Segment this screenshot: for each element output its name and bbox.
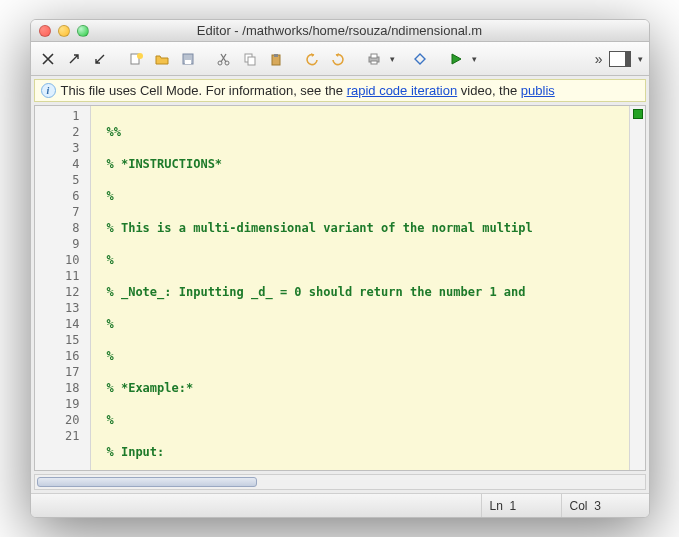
line-number: 1 — [35, 108, 80, 124]
save-button[interactable] — [177, 48, 199, 70]
dock-layout-button[interactable] — [609, 51, 631, 67]
line-number: 6 — [35, 188, 80, 204]
line-number: 12 — [35, 284, 80, 300]
line-number: 15 — [35, 332, 80, 348]
find-button[interactable] — [409, 48, 431, 70]
code-analyzer-strip[interactable] — [629, 106, 645, 470]
print-button[interactable] — [363, 48, 385, 70]
svg-point-5 — [225, 61, 229, 65]
publishing-link[interactable]: publis — [521, 83, 555, 98]
more-tools-icon[interactable]: » — [595, 51, 603, 67]
line-number: 17 — [35, 364, 80, 380]
svg-rect-3 — [185, 60, 191, 64]
line-label: Ln — [490, 499, 503, 513]
zoom-icon[interactable] — [77, 25, 89, 37]
svg-point-4 — [218, 61, 222, 65]
editor-window: Editor - /mathworks/home/rsouza/ndimensi… — [30, 19, 650, 518]
minimize-icon[interactable] — [58, 25, 70, 37]
line-number: 8 — [35, 220, 80, 236]
toolbar: ▾ ▾ » ▾ — [31, 42, 649, 76]
svg-rect-7 — [248, 57, 255, 65]
titlebar: Editor - /mathworks/home/rsouza/ndimensi… — [31, 20, 649, 42]
line-number: 19 — [35, 396, 80, 412]
close-icon[interactable] — [39, 25, 51, 37]
line-number: 14 — [35, 316, 80, 332]
code-editor[interactable]: 1 2 3 4 5 6 7 8 9 10 11 12 13 14 15 16 1… — [34, 105, 646, 471]
svg-point-1 — [137, 53, 143, 59]
new-file-button[interactable] — [125, 48, 147, 70]
run-button[interactable] — [445, 48, 467, 70]
traffic-lights — [39, 25, 89, 37]
rapid-code-iteration-link[interactable]: rapid code iteration — [347, 83, 458, 98]
svg-rect-11 — [371, 54, 377, 58]
window-title: Editor - /mathworks/home/rsouza/ndimensi… — [39, 23, 641, 38]
line-number: 3 — [35, 140, 80, 156]
status-col: Col 3 — [561, 494, 641, 517]
horizontal-scrollbar[interactable] — [34, 474, 646, 490]
line-value: 1 — [510, 499, 517, 513]
svg-rect-9 — [274, 54, 278, 57]
code-line: %% — [107, 124, 629, 140]
svg-rect-12 — [371, 61, 377, 64]
paste-button[interactable] — [265, 48, 287, 70]
undo-button[interactable] — [301, 48, 323, 70]
undock-button[interactable] — [63, 48, 85, 70]
line-number: 2 — [35, 124, 80, 140]
line-number: 4 — [35, 156, 80, 172]
code-line: % — [107, 412, 629, 428]
open-file-button[interactable] — [151, 48, 173, 70]
col-label: Col — [570, 499, 588, 513]
code-line: % — [107, 252, 629, 268]
info-icon: i — [41, 83, 56, 98]
dock-button[interactable] — [89, 48, 111, 70]
cell-mode-info-bar: i This file uses Cell Mode. For informat… — [34, 79, 646, 102]
line-number: 21 — [35, 428, 80, 444]
code-line: % This is a multi-dimensional variant of… — [107, 220, 629, 236]
code-content[interactable]: %% % *INSTRUCTIONS* % % This is a multi-… — [91, 106, 629, 470]
line-number: 20 — [35, 412, 80, 428]
copy-button[interactable] — [239, 48, 261, 70]
redo-button[interactable] — [327, 48, 349, 70]
line-number: 9 — [35, 236, 80, 252]
run-dropdown-icon[interactable]: ▾ — [472, 54, 477, 64]
cut-button[interactable] — [213, 48, 235, 70]
col-value: 3 — [594, 499, 601, 513]
code-line: % — [107, 316, 629, 332]
status-line: Ln 1 — [481, 494, 561, 517]
print-dropdown-icon[interactable]: ▾ — [390, 54, 395, 64]
scrollbar-thumb[interactable] — [37, 477, 257, 487]
code-line: % _Note_: Inputting _d_ = 0 should retur… — [107, 284, 629, 300]
code-line: % — [107, 188, 629, 204]
info-text-mid: video, the — [457, 83, 521, 98]
line-number: 7 — [35, 204, 80, 220]
line-number-gutter: 1 2 3 4 5 6 7 8 9 10 11 12 13 14 15 16 1… — [35, 106, 91, 470]
info-text-prefix: This file uses Cell Mode. For informatio… — [61, 83, 347, 98]
code-line: % — [107, 348, 629, 364]
status-bar: Ln 1 Col 3 — [31, 493, 649, 517]
line-number: 13 — [35, 300, 80, 316]
line-number: 16 — [35, 348, 80, 364]
code-line: % *INSTRUCTIONS* — [107, 156, 629, 172]
close-doc-button[interactable] — [37, 48, 59, 70]
dock-layout-dropdown-icon[interactable]: ▾ — [638, 54, 643, 64]
line-number: 10 — [35, 252, 80, 268]
line-number: 18 — [35, 380, 80, 396]
code-line: % Input: — [107, 444, 629, 460]
code-analyzer-status-icon[interactable] — [633, 109, 643, 119]
line-number: 5 — [35, 172, 80, 188]
line-number: 11 — [35, 268, 80, 284]
code-line: % *Example:* — [107, 380, 629, 396]
